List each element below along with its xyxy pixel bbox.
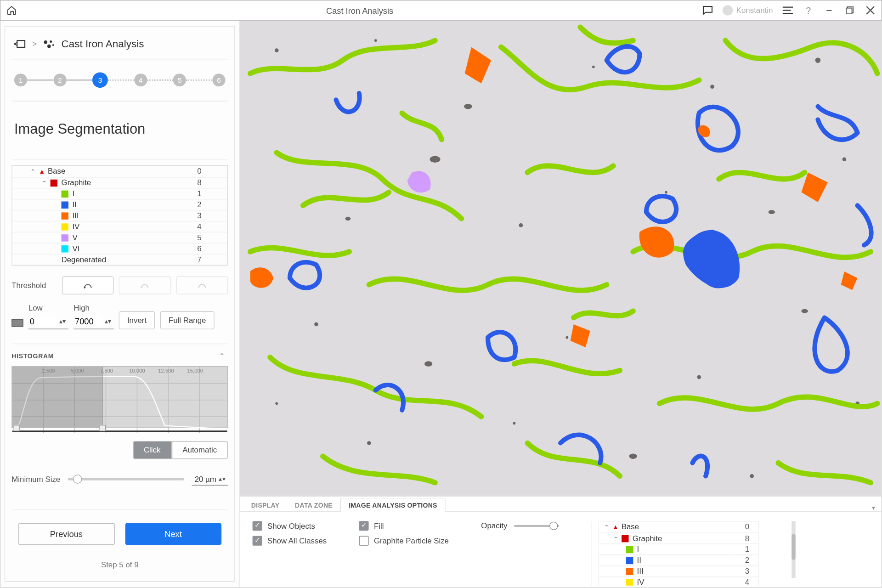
- min-size-slider[interactable]: [68, 478, 184, 481]
- svg-point-25: [592, 66, 595, 68]
- high-value[interactable]: [75, 316, 102, 326]
- svg-point-35: [424, 361, 432, 366]
- class-row[interactable]: II2: [599, 554, 758, 565]
- show-all-classes-checkbox[interactable]: Show All Classes: [253, 536, 327, 546]
- hist-tick: 15,000: [187, 368, 203, 373]
- mode-auto-button[interactable]: Automatic: [171, 441, 228, 458]
- tree-toggle-icon[interactable]: ⌃: [42, 180, 48, 186]
- opacity-thumb[interactable]: [549, 521, 558, 530]
- min-size-label: Minimum Size: [11, 475, 60, 484]
- class-swatch: [62, 190, 68, 197]
- particle-size-checkbox[interactable]: Graphite Particle Size: [359, 536, 449, 546]
- histogram[interactable]: 2,500 5,000 7,500 10,000 12,500 15,000: [11, 366, 228, 428]
- help-icon[interactable]: ?: [803, 5, 814, 16]
- step-3[interactable]: 3: [92, 72, 108, 88]
- next-button[interactable]: Next: [125, 523, 221, 545]
- svg-point-26: [430, 156, 441, 163]
- show-objects-checkbox[interactable]: Show Objects: [253, 521, 327, 531]
- step-2[interactable]: 2: [53, 74, 66, 86]
- min-size-value: 20 µm: [195, 474, 216, 483]
- histogram-collapse-icon[interactable]: ⌃: [216, 351, 228, 362]
- chat-icon[interactable]: [702, 5, 713, 16]
- svg-point-9: [50, 40, 52, 43]
- class-row[interactable]: I1: [599, 543, 758, 554]
- previous-button[interactable]: Previous: [18, 523, 114, 545]
- threshold-redo2-button[interactable]: [176, 276, 228, 294]
- class-name: I: [72, 189, 74, 198]
- scrollbar[interactable]: [792, 521, 795, 578]
- low-input[interactable]: ▴▾: [28, 315, 68, 329]
- svg-point-10: [47, 45, 51, 48]
- step-1[interactable]: 1: [14, 74, 27, 86]
- class-row[interactable]: IV4: [599, 577, 758, 586]
- tab-analysis-options[interactable]: IMAGE ANALYSIS OPTIONS: [340, 498, 446, 512]
- step-4[interactable]: 4: [134, 74, 147, 86]
- threshold-redo-button[interactable]: [119, 276, 171, 294]
- class-row[interactable]: V5: [12, 232, 227, 243]
- opacity-slider[interactable]: [514, 525, 559, 526]
- class-value: 5: [175, 232, 227, 243]
- section-title: Image Segmentation: [11, 102, 228, 160]
- class-name: IV: [72, 222, 79, 231]
- low-value[interactable]: [30, 316, 57, 326]
- class-row[interactable]: ⌃▲Base0: [12, 166, 227, 177]
- tree-toggle-icon[interactable]: ⌃: [604, 525, 611, 531]
- mode-click-button[interactable]: Click: [133, 441, 171, 458]
- class-row[interactable]: ⌃▲Base0: [599, 522, 758, 533]
- hist-high-handle[interactable]: [99, 424, 106, 431]
- class-row[interactable]: III3: [599, 565, 758, 577]
- hist-low-handle[interactable]: [13, 424, 20, 431]
- class-row[interactable]: ⌃Graphite8: [12, 177, 227, 188]
- class-row[interactable]: Degenerated7: [12, 254, 227, 265]
- home-icon[interactable]: [6, 5, 17, 16]
- stepper: 1 2 3 4 5 6: [11, 59, 228, 101]
- class-row[interactable]: VI6: [12, 243, 227, 254]
- min-size-value-box[interactable]: 20 µm ▴▾: [192, 473, 228, 486]
- close-icon[interactable]: [865, 5, 876, 16]
- class-swatch: [62, 201, 68, 208]
- svg-rect-4: [846, 8, 852, 14]
- minimize-icon[interactable]: −: [823, 5, 835, 16]
- svg-point-30: [519, 223, 523, 227]
- maximize-icon[interactable]: [844, 5, 855, 16]
- tree-toggle-icon[interactable]: ⌃: [30, 169, 37, 175]
- min-size-spinner-icon[interactable]: ▴▾: [219, 475, 225, 482]
- svg-point-43: [750, 474, 754, 478]
- back-icon[interactable]: [14, 38, 26, 50]
- class-row[interactable]: I1: [12, 188, 227, 199]
- avatar-icon: [723, 5, 733, 15]
- user-badge[interactable]: Konstantin: [723, 5, 773, 15]
- module-icon: [43, 38, 55, 50]
- full-range-button[interactable]: Full Range: [160, 311, 215, 329]
- class-row[interactable]: III3: [12, 210, 227, 221]
- class-row[interactable]: ⌃Graphite8: [599, 533, 758, 544]
- svg-rect-7: [17, 40, 25, 47]
- low-spinner-icon[interactable]: ▴▾: [59, 317, 66, 324]
- high-input[interactable]: ▴▾: [74, 315, 113, 329]
- class-swatch: [62, 223, 68, 230]
- threshold-undo-button[interactable]: [62, 276, 114, 294]
- threshold-label: Threshold: [11, 281, 57, 290]
- fill-checkbox[interactable]: Fill: [359, 521, 449, 531]
- image-viewer[interactable]: [239, 21, 881, 497]
- high-label: High: [74, 303, 113, 312]
- min-size-thumb[interactable]: [73, 475, 82, 484]
- class-row[interactable]: II2: [12, 199, 227, 210]
- invert-button[interactable]: Invert: [119, 311, 155, 329]
- step-6[interactable]: 6: [212, 74, 225, 86]
- svg-point-42: [629, 454, 637, 459]
- svg-point-24: [464, 104, 472, 109]
- bottom-panel: DISPLAY DATA ZONE IMAGE ANALYSIS OPTIONS…: [239, 497, 881, 587]
- class-row[interactable]: IV4: [12, 221, 227, 232]
- class-swatch: [62, 212, 68, 219]
- high-spinner-icon[interactable]: ▴▾: [105, 317, 111, 324]
- class-value: 4: [733, 577, 758, 586]
- tree-toggle-icon[interactable]: ⌃: [613, 536, 620, 542]
- user-name: Konstantin: [736, 6, 773, 15]
- tab-datazone[interactable]: DATA ZONE: [287, 498, 340, 511]
- step-5[interactable]: 5: [173, 74, 186, 86]
- tab-display[interactable]: DISPLAY: [243, 498, 287, 511]
- class-name: I: [637, 545, 639, 554]
- menu-icon[interactable]: [782, 5, 793, 16]
- panel-dropdown-icon[interactable]: ▾: [872, 504, 875, 511]
